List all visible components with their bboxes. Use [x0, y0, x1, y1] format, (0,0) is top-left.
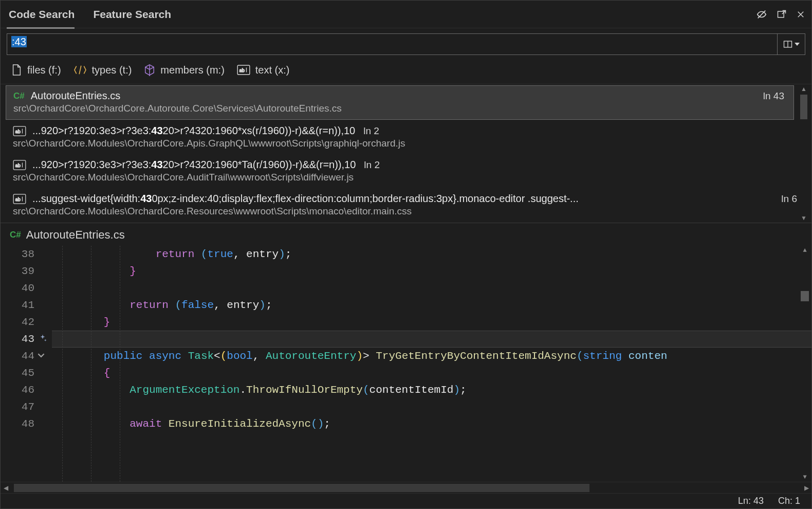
svg-text:ab: ab [15, 129, 21, 134]
search-row: :43 [7, 33, 805, 55]
status-line: Ln: 43 [738, 496, 764, 506]
code-line[interactable]: { [52, 365, 811, 381]
scroll-down-icon[interactable]: ▼ [800, 213, 808, 223]
svg-text:ab: ab [15, 162, 21, 168]
scroll-thumb[interactable] [800, 95, 807, 119]
scroll-left-icon[interactable]: ◀ [1, 484, 11, 492]
titlebar-icons [756, 9, 805, 20]
result-item[interactable]: ab...920>r?1920:3e3>r?3e3:4320>r?4320:19… [1, 155, 811, 189]
code-line[interactable]: } [52, 263, 811, 280]
result-line-number: ln 43 [763, 90, 784, 102]
scroll-up-icon[interactable]: ▲ [802, 246, 807, 255]
result-path: src\OrchardCore.Modules\OrchardCore.Apis… [13, 138, 797, 149]
editor-hscrollbar[interactable]: ◀ ▶ [1, 482, 811, 493]
code-line[interactable] [52, 398, 811, 415]
filter-types[interactable]: types (t:) [73, 64, 132, 76]
preview-header: C# AutorouteEntries.cs [1, 223, 811, 246]
editor-vscrollbar[interactable]: ▲ ▼ [799, 246, 810, 482]
text-match-icon: ab [13, 194, 26, 204]
preview-hide-icon[interactable] [756, 9, 767, 20]
filter-members[interactable]: members (m:) [144, 64, 224, 76]
result-path: src\OrchardCore.Modules\OrchardCore.Audi… [13, 172, 797, 183]
results-list: C#AutorouteEntries.csln 43src\OrchardCor… [1, 84, 811, 223]
filter-text-label: text (x:) [255, 64, 290, 76]
close-icon[interactable] [796, 10, 805, 19]
text-match-icon: ab [13, 160, 26, 170]
search-input[interactable]: :43 [7, 33, 778, 55]
result-path: src\OrchardCore\OrchardCore.Autoroute.Co… [13, 103, 784, 114]
code-line[interactable]: } [52, 314, 811, 331]
text-match-icon: ab [13, 126, 26, 136]
scroll-down-icon[interactable]: ▼ [802, 472, 807, 482]
result-line-number: ln 6 [781, 193, 797, 205]
tab-feature-search[interactable]: Feature Search [91, 3, 178, 26]
filter-members-label: members (m:) [160, 64, 224, 76]
status-col: Ch: 1 [778, 496, 800, 506]
code-line[interactable]: await EnsureInitializedAsync(); [52, 415, 811, 432]
result-item[interactable]: C#AutorouteEntries.csln 43src\OrchardCor… [6, 85, 794, 120]
filter-files[interactable]: files (f:) [11, 63, 61, 77]
svg-rect-1 [778, 11, 784, 17]
status-bar: Ln: 43 Ch: 1 [1, 493, 811, 508]
filter-types-label: types (t:) [92, 64, 132, 76]
code-line[interactable]: return (true, entry); [52, 246, 811, 263]
result-line-number: ln 2 [364, 159, 380, 170]
svg-text:ab: ab [15, 196, 21, 202]
sparkle-icon[interactable] [38, 334, 47, 343]
search-tabs: Code Search Feature Search [1, 1, 811, 28]
open-external-icon[interactable] [777, 9, 787, 20]
csharp-icon: C# [13, 91, 25, 101]
filter-row: files (f:) types (t:) members (m:) ab te… [1, 57, 811, 84]
result-path: src\OrchardCore.Modules\OrchardCore.Reso… [13, 206, 797, 217]
preview-filename: AutorouteEntries.cs [26, 228, 125, 242]
tab-code-search[interactable]: Code Search [7, 3, 82, 26]
scroll-up-icon[interactable]: ▲ [800, 84, 808, 94]
code-line[interactable] [52, 331, 811, 348]
csharp-icon: C# [10, 230, 21, 240]
filter-files-label: files (f:) [27, 64, 61, 76]
results-scrollbar[interactable]: ▲ ▼ [798, 84, 809, 223]
svg-text:ab: ab [239, 68, 245, 73]
scroll-right-icon[interactable]: ▶ [801, 484, 811, 492]
code-line[interactable] [52, 280, 811, 297]
view-options-button[interactable] [778, 33, 805, 55]
result-item[interactable]: ab...920>r?1920:3e3>r?3e3:4320>r?4320:19… [1, 121, 811, 155]
result-item[interactable]: ab...suggest-widget{width:430px;z-index:… [1, 189, 811, 223]
code-preview[interactable]: 3839404142434445464748 return (true, ent… [1, 246, 811, 482]
chevron-down-icon[interactable] [38, 352, 45, 359]
result-line-number: ln 2 [363, 125, 379, 136]
code-line[interactable]: ArgumentException.ThrowIfNullOrEmpty(con… [52, 381, 811, 398]
code-line[interactable]: public async Task<(bool, AutorouteEntry)… [52, 348, 811, 365]
scroll-thumb[interactable] [801, 291, 809, 301]
scroll-thumb[interactable] [14, 484, 589, 492]
filter-text[interactable]: ab text (x:) [237, 64, 290, 76]
code-line[interactable]: return (false, entry); [52, 297, 811, 314]
